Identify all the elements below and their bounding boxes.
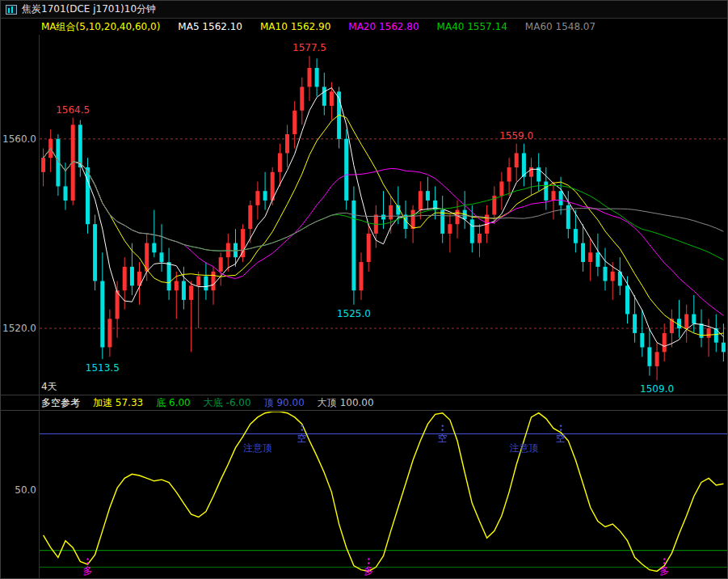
candle-body: [263, 191, 267, 201]
signal-dot: [368, 558, 369, 560]
ma20-value: MA20 1562.80: [348, 21, 419, 32]
candle-body: [478, 234, 482, 243]
candle-body: [212, 272, 216, 290]
candle-body: [71, 125, 75, 201]
ma-header: MA组合(5,10,20,40,60,0) MA5 1562.10 MA10 1…: [1, 19, 727, 35]
candle-body: [189, 285, 193, 300]
param-value: -6.00: [226, 397, 251, 408]
candle-body: [196, 277, 200, 286]
signal-long: 多: [83, 565, 93, 577]
candle-body: [344, 139, 348, 201]
candle-body: [426, 191, 430, 201]
candle-body: [367, 234, 371, 262]
signal-dot: [560, 425, 562, 426]
candle-body: [522, 153, 526, 176]
candle-body: [515, 153, 519, 167]
window-title: 焦炭1701(DCE j1701)10分钟: [22, 2, 156, 16]
signal-dot: [86, 562, 88, 564]
signal-long: 多: [659, 565, 669, 577]
candle-body: [581, 243, 585, 262]
main-chart-area[interactable]: 1564.51577.51559.01513.51525.01509.0: [1, 35, 727, 395]
candle-body: [167, 262, 171, 290]
indicator-header: 多空参考 加速 57.33 底 6.00 大底 -6.00 顶 90.00 大顶…: [1, 395, 727, 411]
period-label: 4天: [41, 380, 57, 394]
candle-body: [389, 205, 393, 220]
price-annotation: 1513.5: [86, 362, 120, 374]
candle-body: [544, 182, 548, 201]
ma5-value: MA5 1562.10: [178, 21, 242, 32]
title-bar[interactable]: 焦炭1701(DCE j1701)10分钟: [1, 1, 727, 19]
candle-body: [604, 267, 608, 281]
candle-body: [381, 215, 385, 220]
candle-body: [175, 281, 179, 291]
indicator-param-bottom: 底 6.00: [156, 396, 191, 410]
candle-body: [588, 252, 592, 262]
signal-note-top: 注意顶: [509, 442, 538, 454]
candle-body: [285, 134, 289, 153]
candle-body: [722, 343, 726, 353]
candle-body: [419, 191, 423, 209]
candle-body: [322, 87, 326, 105]
candle-body: [64, 186, 68, 201]
candle-body: [100, 281, 104, 348]
indicator-chart-area[interactable]: 多多多注意顶注意顶空空空: [1, 412, 727, 578]
indicator-param-top: 顶 90.00: [264, 396, 305, 410]
candle-body: [360, 262, 364, 290]
price-annotation: 1525.0: [337, 308, 371, 319]
ma20-line: [44, 149, 724, 316]
candle-body: [204, 277, 208, 291]
param-label: 底: [156, 397, 166, 408]
price-annotation: 1559.0: [499, 130, 533, 142]
candle-body: [440, 210, 444, 234]
candle-body: [470, 219, 474, 243]
signal-dot: [301, 429, 303, 430]
candle-body: [315, 68, 319, 87]
signal-dot: [663, 558, 665, 560]
candle-body: [123, 267, 127, 290]
candle-body: [78, 125, 82, 167]
price-axis-label-1560: 1560.0: [1, 133, 36, 145]
ma40-value: MA40 1557.14: [437, 21, 507, 32]
candle-body: [93, 224, 97, 281]
oscillator-line: [44, 412, 724, 571]
indicator-name: 多空参考: [41, 396, 80, 410]
candle-body: [130, 267, 134, 285]
candle-body: [684, 315, 688, 329]
candlestick-chart[interactable]: 1564.51577.51559.01513.51525.01509.0: [1, 35, 727, 395]
price-annotation: 1577.5: [292, 42, 326, 53]
indicator-param-bigbottom: 大底 -6.00: [204, 396, 251, 410]
signal-dot: [663, 562, 665, 564]
param-label: 大底: [204, 397, 223, 408]
param-label: 大顶: [318, 397, 337, 408]
candle-body: [655, 352, 659, 366]
price-annotation: 1564.5: [56, 104, 90, 116]
signal-note-top: 注意顶: [243, 442, 272, 454]
candle-body: [559, 191, 563, 205]
candle-body: [41, 158, 45, 172]
candle-body: [248, 205, 252, 229]
candle-body: [633, 315, 637, 333]
candle-body: [234, 243, 238, 258]
ma10-value: MA10 1562.90: [260, 21, 330, 32]
oscillator-chart[interactable]: 多多多注意顶注意顶空空空: [1, 412, 727, 578]
ma-combo-label: MA组合(5,10,20,40,60,0): [41, 20, 160, 34]
param-value: 6.00: [169, 397, 191, 408]
candle-body: [160, 252, 164, 262]
signal-short: 空: [438, 433, 448, 444]
candle-body: [640, 333, 644, 348]
candle-body: [116, 290, 120, 319]
candle-body: [499, 182, 503, 197]
signal-dot: [86, 558, 88, 560]
indicator-axis-label-50: 50.0: [1, 484, 36, 496]
candle-body: [677, 319, 681, 328]
candle-body: [552, 191, 556, 201]
candle-body: [663, 333, 667, 352]
candle-body: [411, 210, 415, 229]
candle-body: [86, 167, 90, 224]
signal-dot: [442, 425, 444, 426]
candle-body: [308, 68, 312, 87]
candle-body: [647, 347, 651, 366]
candle-body: [507, 167, 511, 182]
candle-body: [448, 224, 452, 234]
candle-body: [574, 229, 578, 243]
